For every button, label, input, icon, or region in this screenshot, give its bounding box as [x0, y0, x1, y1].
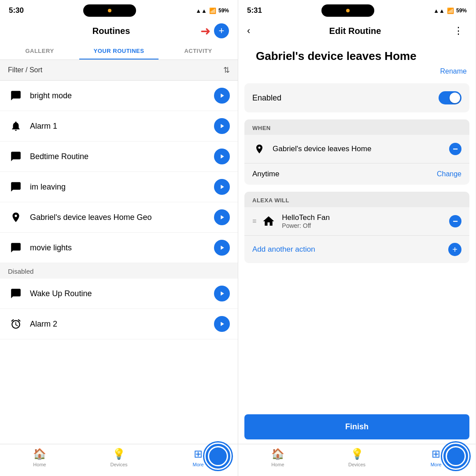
- alexa-orb-right[interactable]: [442, 443, 469, 470]
- nav-home-left[interactable]: 🏠 Home: [0, 448, 79, 467]
- list-item[interactable]: bright mode: [0, 81, 238, 111]
- play-button[interactable]: [214, 240, 230, 256]
- disabled-section-header: Disabled: [0, 263, 238, 279]
- list-item[interactable]: Alarm 1: [0, 111, 238, 141]
- remove-action-button[interactable]: −: [449, 215, 461, 227]
- location-icon: [252, 142, 266, 156]
- tab-activity[interactable]: ACTIVITY: [159, 42, 238, 60]
- filter-label: Filter / Sort: [8, 66, 42, 74]
- routine-name: Alarm 1: [30, 122, 214, 131]
- camera-dot-right: [346, 9, 350, 12]
- remove-trigger-button[interactable]: −: [449, 143, 461, 155]
- status-bar-left: 5:30 ▲▲ 📶 59%: [0, 0, 238, 19]
- routines-header: ‹ Routines ➜ +: [0, 19, 238, 42]
- routine-name: Alarm 2: [30, 320, 214, 329]
- finish-button[interactable]: Finish: [244, 414, 469, 439]
- add-action-button[interactable]: +: [448, 243, 461, 256]
- edit-routine-header: ‹ Edit Routine ⋮: [238, 19, 476, 42]
- play-button[interactable]: [214, 209, 230, 225]
- nav-devices-label-right: Devices: [348, 462, 365, 467]
- routine-icon-bubble: [8, 149, 24, 164]
- change-time-button[interactable]: Change: [437, 170, 461, 178]
- routine-name: Gabriel's device leaves Home Geo: [30, 213, 214, 222]
- alexa-action-item[interactable]: ≡ HelloTech Fan Power: Off −: [244, 207, 469, 236]
- routine-title-row: Rename: [238, 66, 476, 80]
- add-action-row: Add another action +: [244, 236, 469, 263]
- device-name: HelloTech Fan: [282, 213, 449, 222]
- anytime-label: Anytime: [252, 170, 279, 178]
- rename-button[interactable]: Rename: [440, 67, 467, 75]
- left-panel: 5:30 ▲▲ 📶 59% ‹ Routines ➜ + GALLERY YOU…: [0, 0, 238, 476]
- add-routine-button[interactable]: +: [214, 23, 229, 38]
- routine-name: bright mode: [30, 91, 214, 100]
- nav-home-right[interactable]: 🏠 Home: [238, 448, 317, 467]
- home-icon: 🏠: [33, 448, 46, 460]
- status-time-right: 5:31: [247, 6, 262, 15]
- battery-icon-right: 59%: [456, 7, 467, 14]
- more-options-button[interactable]: ⋮: [450, 24, 467, 37]
- alexa-orb-inner-right: [446, 446, 466, 466]
- camera-dot-left: [108, 9, 111, 12]
- device-icon: [261, 213, 277, 229]
- enabled-toggle[interactable]: [439, 91, 461, 104]
- tab-your-routines[interactable]: YOUR ROUTINES: [79, 42, 159, 60]
- nav-devices-left[interactable]: 💡 Devices: [79, 448, 159, 467]
- routine-icon-alarm: [8, 316, 24, 332]
- routine-name: im leaving: [30, 182, 214, 192]
- status-icons-right: ▲▲ 📶 59%: [433, 7, 467, 14]
- list-item[interactable]: Wake Up Routine: [0, 279, 238, 309]
- devices-icon: 💡: [112, 448, 125, 460]
- play-button[interactable]: [214, 286, 230, 301]
- play-button[interactable]: [214, 316, 230, 332]
- routine-name: Bedtime Routine: [30, 152, 214, 161]
- list-item[interactable]: Alarm 2: [0, 309, 238, 339]
- home-icon-right: 🏠: [271, 448, 284, 460]
- play-button[interactable]: [214, 149, 230, 164]
- nav-more-label-right: More: [431, 462, 442, 467]
- routine-icon-bubble: [8, 240, 24, 256]
- device-status: Power: Off: [282, 222, 449, 229]
- when-card: WHEN Gabriel's device leaves Home − Anyt…: [244, 119, 469, 185]
- sort-icon: ⇅: [223, 65, 230, 75]
- when-trigger-text: Gabriel's device leaves Home: [273, 145, 449, 153]
- routine-icon-bubble: [8, 286, 24, 301]
- status-icons-left: ▲▲ 📶 59%: [196, 7, 229, 14]
- anytime-row: Anytime Change: [244, 164, 469, 185]
- signal-icon-right: ▲▲: [433, 7, 445, 14]
- bottom-nav-left: 🏠 Home 💡 Devices ⊞ More: [0, 444, 238, 476]
- devices-icon-right: 💡: [351, 448, 364, 460]
- play-button[interactable]: [214, 88, 230, 104]
- list-item[interactable]: im leaving: [0, 172, 238, 202]
- list-item[interactable]: Gabriel's device leaves Home Geo: [0, 202, 238, 233]
- drag-handle-icon: ≡: [252, 217, 256, 225]
- when-section-header: WHEN: [244, 119, 469, 135]
- tab-gallery[interactable]: GALLERY: [0, 42, 79, 60]
- back-button-right[interactable]: ‹: [247, 25, 260, 37]
- play-button[interactable]: [214, 179, 230, 195]
- alexa-will-section-header: ALEXA WILL: [244, 192, 469, 207]
- play-button[interactable]: [214, 118, 230, 134]
- nav-home-label: Home: [33, 462, 46, 467]
- alexa-orb-inner-left: [208, 446, 228, 466]
- list-item[interactable]: movie lights: [0, 233, 238, 263]
- right-panel: 5:31 ▲▲ 📶 59% ‹ Edit Routine ⋮ Gabriel's…: [238, 0, 476, 476]
- routine-icon-bubble: [8, 179, 24, 195]
- dynamic-island-left: [83, 4, 136, 17]
- nav-devices-label: Devices: [110, 462, 127, 467]
- add-action-label[interactable]: Add another action: [252, 245, 448, 254]
- when-trigger-row: Gabriel's device leaves Home −: [244, 135, 469, 164]
- signal-icon: ▲▲: [196, 7, 207, 14]
- page-title-right: Edit Routine: [260, 26, 450, 36]
- toggle-knob: [450, 93, 460, 103]
- red-arrow-indicator: ➜: [200, 24, 210, 38]
- list-item[interactable]: Bedtime Routine: [0, 141, 238, 172]
- nav-devices-right[interactable]: 💡 Devices: [317, 448, 397, 467]
- more-icon-right: ⊞: [432, 448, 440, 460]
- alexa-orb-left[interactable]: [204, 443, 232, 470]
- enabled-card: Enabled: [244, 83, 469, 112]
- enabled-row: Enabled: [244, 83, 469, 112]
- routine-title: Gabriel's device leaves Home: [247, 45, 467, 65]
- filter-sort-bar[interactable]: Filter / Sort ⇅: [0, 60, 238, 81]
- wifi-icon: 📶: [209, 7, 216, 14]
- nav-more-label: More: [192, 462, 203, 467]
